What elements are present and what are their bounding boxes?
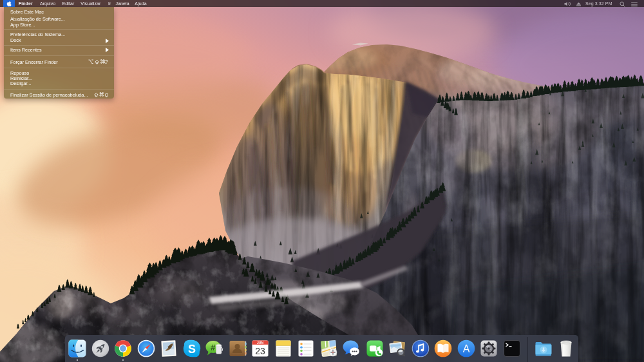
svg-text:#: #	[211, 342, 216, 352]
svg-text:23: 23	[255, 345, 265, 356]
svg-text:Q: Q	[104, 92, 108, 97]
svg-text:A: A	[462, 343, 469, 354]
svg-text:S: S	[188, 342, 196, 355]
svg-text:JUN: JUN	[257, 340, 263, 344]
